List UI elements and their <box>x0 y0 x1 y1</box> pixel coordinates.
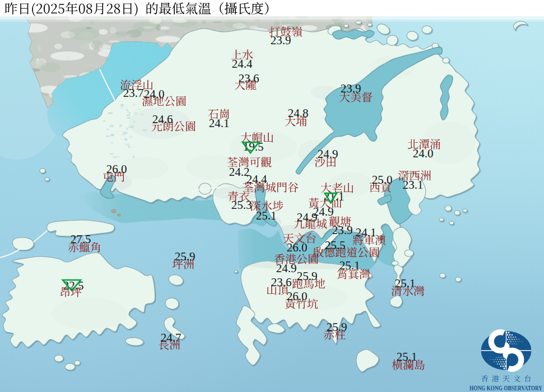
svg-text:25.9: 25.9 <box>175 250 196 263</box>
svg-text:25.1: 25.1 <box>397 350 417 363</box>
svg-text:23.7: 23.7 <box>123 86 144 100</box>
svg-text:24.9: 24.9 <box>276 262 297 275</box>
svg-text:26.0: 26.0 <box>106 162 127 176</box>
svg-text:24.8: 24.8 <box>288 106 309 120</box>
svg-text:HONG KONG OBSERVATORY: HONG KONG OBSERVATORY <box>469 385 543 391</box>
svg-text:25.9: 25.9 <box>297 269 318 283</box>
svg-text:24.4: 24.4 <box>232 57 253 71</box>
svg-text:24.1: 24.1 <box>209 116 230 130</box>
svg-text:23.6: 23.6 <box>239 72 259 85</box>
svg-text:24.0: 24.0 <box>413 147 434 160</box>
svg-text:25.9: 25.9 <box>327 320 347 334</box>
svg-text:23.1: 23.1 <box>403 178 424 192</box>
svg-text:23.9: 23.9 <box>341 82 361 95</box>
svg-text:23.9: 23.9 <box>332 223 353 237</box>
svg-text:24.9: 24.9 <box>297 211 318 224</box>
svg-text:24.9: 24.9 <box>318 147 338 161</box>
svg-text:26.0: 26.0 <box>287 241 308 254</box>
svg-text:25.1: 25.1 <box>395 277 416 290</box>
svg-text:24.0: 24.0 <box>144 87 165 101</box>
svg-text:25.1: 25.1 <box>340 259 360 272</box>
svg-text:25.0: 25.0 <box>372 173 393 186</box>
svg-text:25.5: 25.5 <box>325 239 346 252</box>
svg-text:23.9: 23.9 <box>271 34 291 47</box>
svg-text:24.6: 24.6 <box>152 113 173 126</box>
svg-text:24.4: 24.4 <box>247 172 267 186</box>
svg-text:23.6: 23.6 <box>271 276 292 289</box>
svg-text:26.0: 26.0 <box>287 290 308 303</box>
svg-text:27.5: 27.5 <box>71 232 91 246</box>
svg-text:24.1: 24.1 <box>356 226 376 239</box>
svg-text:25.3: 25.3 <box>231 198 252 212</box>
svg-text:24.7: 24.7 <box>161 331 182 344</box>
svg-text:25.1: 25.1 <box>256 209 277 222</box>
